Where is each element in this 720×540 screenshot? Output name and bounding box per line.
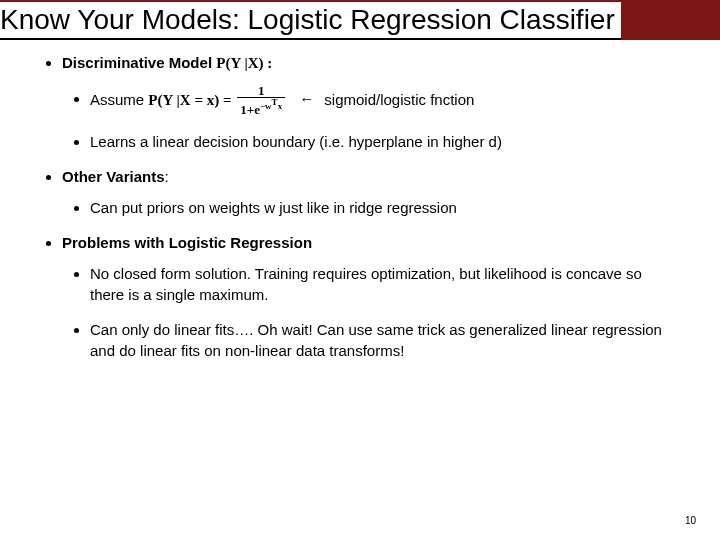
fraction-numerator: 1 — [237, 84, 285, 99]
math-lhs: P(Y |X = x) = — [148, 91, 235, 107]
sub-bullet-linear-fits: Can only do linear fits…. Oh wait! Can u… — [90, 319, 680, 361]
text-prefix: Assume — [90, 90, 148, 107]
fraction-denominator: 1+e−wTx — [237, 98, 285, 117]
slide-number: 10 — [685, 515, 696, 526]
sub-bullet-no-closed-form: No closed form solution. Training requir… — [90, 263, 680, 305]
section-discriminative: Discriminative Model P(Y |X) : Assume P(… — [62, 54, 680, 153]
slide: Know Your Models: Logistic Regression Cl… — [0, 0, 720, 540]
heading-text: Other Variants — [62, 168, 165, 185]
sub-list: Assume P(Y |X = x) = 11+e−wTx← sigmoid/l… — [62, 84, 680, 153]
section-other-variants: Other Variants: Can put priors on weight… — [62, 168, 680, 218]
bullet-list: Discriminative Model P(Y |X) : Assume P(… — [40, 54, 680, 362]
sub-bullet-linear-boundary: Learns a linear decision boundary (i.e. … — [90, 131, 680, 152]
heading-text: Discriminative Model — [62, 54, 216, 71]
sub-list: Can put priors on weights w just like in… — [62, 197, 680, 218]
fraction: 11+e−wTx — [237, 84, 285, 118]
slide-content: Discriminative Model P(Y |X) : Assume P(… — [0, 40, 720, 362]
heading-suffix: : — [165, 168, 169, 185]
header-bar: Know Your Models: Logistic Regression Cl… — [0, 0, 720, 40]
left-arrow-icon: ← — [299, 90, 314, 107]
heading-math: P(Y |X) : — [216, 55, 272, 71]
sub-list: No closed form solution. Training requir… — [62, 263, 680, 361]
section-problems: Problems with Logistic Regression No clo… — [62, 234, 680, 361]
slide-title: Know Your Models: Logistic Regression Cl… — [0, 2, 621, 40]
sub-bullet-priors: Can put priors on weights w just like in… — [90, 197, 680, 218]
text-after: sigmoid/logistic fnction — [320, 90, 474, 107]
heading-text: Problems with Logistic Regression — [62, 234, 312, 251]
sub-bullet-assume: Assume P(Y |X = x) = 11+e−wTx← sigmoid/l… — [90, 84, 680, 118]
